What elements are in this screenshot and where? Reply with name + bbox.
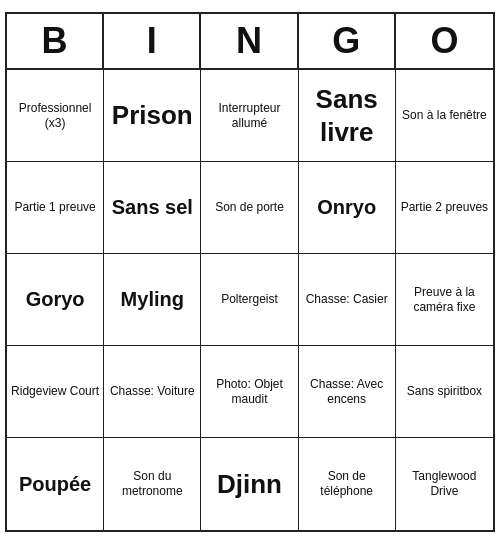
header-letter-G: G: [299, 14, 396, 68]
grid-cell-20: Poupée: [7, 438, 104, 530]
grid-cell-15: Ridgeview Court: [7, 346, 104, 438]
grid-cell-17: Photo: Objet maudit: [201, 346, 298, 438]
grid-cell-13: Chasse: Casier: [299, 254, 396, 346]
header-letter-O: O: [396, 14, 493, 68]
grid-cell-22: Djinn: [201, 438, 298, 530]
grid-cell-4: Son à la fenêtre: [396, 70, 493, 162]
grid-cell-18: Chasse: Avec encens: [299, 346, 396, 438]
grid-cell-8: Onryo: [299, 162, 396, 254]
grid-cell-21: Son du metronome: [104, 438, 201, 530]
grid-cell-2: Interrupteur allumé: [201, 70, 298, 162]
grid-cell-23: Son de téléphone: [299, 438, 396, 530]
bingo-card: BINGO Professionnel (x3)PrisonInterrupte…: [5, 12, 495, 532]
bingo-grid: Professionnel (x3)PrisonInterrupteur all…: [7, 70, 493, 530]
grid-cell-7: Son de porte: [201, 162, 298, 254]
grid-cell-10: Goryo: [7, 254, 104, 346]
grid-cell-11: Myling: [104, 254, 201, 346]
grid-cell-14: Preuve à la caméra fixe: [396, 254, 493, 346]
header-letter-I: I: [104, 14, 201, 68]
grid-cell-3: Sans livre: [299, 70, 396, 162]
header-letter-N: N: [201, 14, 298, 68]
grid-cell-16: Chasse: Voiture: [104, 346, 201, 438]
grid-cell-6: Sans sel: [104, 162, 201, 254]
header-letter-B: B: [7, 14, 104, 68]
grid-cell-19: Sans spiritbox: [396, 346, 493, 438]
grid-cell-5: Partie 1 preuve: [7, 162, 104, 254]
grid-cell-9: Partie 2 preuves: [396, 162, 493, 254]
grid-cell-12: Poltergeist: [201, 254, 298, 346]
grid-cell-0: Professionnel (x3): [7, 70, 104, 162]
bingo-header: BINGO: [7, 14, 493, 70]
grid-cell-24: Tanglewood Drive: [396, 438, 493, 530]
grid-cell-1: Prison: [104, 70, 201, 162]
